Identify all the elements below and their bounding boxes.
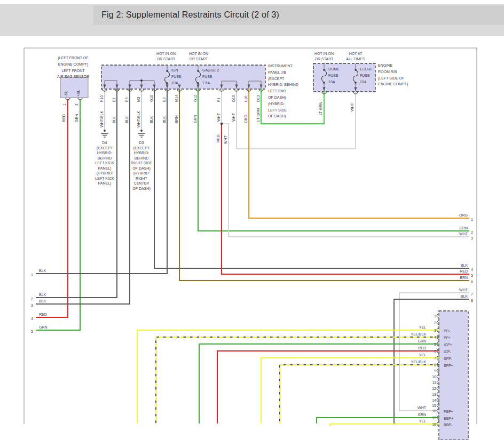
wire-color-label: GRN (396, 339, 426, 344)
wire-color-label: RED (39, 312, 47, 317)
row-num: 3 (471, 236, 473, 241)
sensor-pin-num: 1 (62, 103, 66, 106)
wire-sensor-red (36, 100, 68, 317)
jb-pin-id: E9 (162, 97, 166, 102)
wire-color-label: YEL (396, 353, 426, 358)
conn-pin-num: 4 (429, 335, 436, 340)
conn-pin-num: 8 (429, 363, 436, 368)
wire-color-label: WHT (224, 135, 227, 144)
jb-pin-id: F1 (217, 98, 220, 102)
power-feed-label: HOT IN ON OR START (308, 51, 340, 61)
jb-pin-id: M14 (175, 94, 178, 102)
jb-pin-id: G10 (149, 95, 153, 102)
wire-color-label: YEL (396, 419, 426, 424)
wire-color-label: BLK (430, 263, 468, 268)
gauge2-fuse-label: GAUGE 2 FUSE 7.5A (202, 67, 219, 86)
power-feed-label: HOT AT ALL TIMES (340, 51, 372, 61)
conn-signal-label: ICP- (444, 349, 451, 355)
jb-pin-id: M3 (137, 97, 140, 102)
ground-d3-icon (138, 130, 145, 137)
wire-color-label: GRN (430, 226, 468, 231)
bus-junction-dot (140, 79, 143, 82)
row-num: 6 (471, 279, 473, 285)
wire-color-label: BLK (39, 299, 46, 304)
conn-pin-num: 17 (429, 415, 436, 421)
wire-color-label: WHT/BLK (100, 111, 104, 127)
conn-pin-num: 13 (429, 392, 436, 397)
row-num: 7 (471, 292, 473, 297)
wire-color-label: BLK (125, 116, 129, 123)
conn-signal-label: BBP- (444, 422, 452, 428)
wire-color-label: LT GRN (319, 102, 322, 115)
jb-pin-id: L10 (244, 95, 248, 102)
wire-color-label: BLK (39, 292, 46, 298)
wire-g12-grn (198, 89, 469, 231)
wire-color-label: BLK (149, 116, 153, 123)
sensor-pin-name: -SL (64, 91, 68, 97)
wire-color-label: WHT (430, 231, 468, 237)
row-num: 3 (25, 303, 33, 308)
power-feed-label: HOT IN ON OR START (183, 51, 215, 61)
sensor-pin-num: 2 (75, 103, 78, 106)
jb-pin-id: D10 (232, 95, 235, 102)
jb-pin-id: D13 (256, 95, 260, 102)
wire-color-label: BLK (112, 116, 116, 123)
diagram-border (24, 48, 477, 424)
wire-color-label: RED (430, 269, 468, 274)
conn-signal-label: SFP+ (444, 363, 453, 369)
row-num: 2 (25, 297, 33, 302)
wiring-diagram-page: Fig 2: Supplemental Restraints Circuit (… (0, 0, 504, 440)
wire-color-label: BRN (175, 115, 178, 123)
instrument-jb-label: INSTRUMENT PANEL J/B (EXCEPT HYBRID: BEH… (268, 63, 311, 119)
wire-color-label: RED (62, 114, 66, 122)
splice-dot (220, 123, 223, 125)
row-num: 4 (471, 267, 473, 273)
conn-pin-num: 2 (429, 321, 436, 326)
jb-pin-id: E1 (112, 97, 116, 102)
jb-pin-id: F10 (100, 95, 104, 102)
wire-color-label: ORG (430, 213, 468, 218)
wire-color-label: WHT (232, 113, 235, 122)
wire-color-label: WHT (350, 103, 354, 111)
conn-pin-num: 16 (429, 409, 436, 414)
sensor-pin-name: +SL (76, 90, 80, 97)
conn-pin-num: 3 (429, 328, 436, 333)
wire-color-label: ORG (244, 115, 248, 123)
wire-color-label: GRN (396, 412, 426, 418)
ign-fuse-label: IGN FUSE 10A (171, 67, 182, 86)
conn-pin-num: 7 (429, 356, 436, 361)
conn-signal-label: PP- (444, 329, 450, 334)
row-num: 4 (25, 316, 33, 322)
conn-pin-num: 5 (429, 342, 436, 347)
wires (36, 89, 469, 426)
ground-d4-label: D4 (EXCEPT HYBRID: BEHIND LEFT KICK PANE… (88, 140, 122, 186)
wire-splice-red (222, 124, 469, 274)
row-num: 5 (471, 273, 473, 278)
engine-rb-label: ENGINE ROOM R/B (LEFT SIDE OF ENGINE COM… (378, 62, 426, 87)
conn-pin-num: 10 (429, 374, 436, 380)
conn-pin-num: 15 (429, 403, 436, 409)
wire-splice-wht (222, 124, 469, 237)
wire-color-label: GRN (39, 325, 48, 330)
conn-pin-num: 14 (429, 398, 436, 403)
conn-signal-label: SFP- (444, 356, 452, 362)
wire-color-label: WHT (217, 113, 220, 122)
power-feed-label: HOT IN ON OR START (150, 51, 182, 61)
dome-fuse-label: DOME FUSE 10A (328, 66, 340, 85)
wire-color-label: LT GRN (256, 108, 260, 122)
wire-color-label: GRN (75, 114, 78, 122)
wire-color-label: BLK (39, 268, 46, 274)
wire-color-label: BRN (430, 275, 468, 281)
ground-d4-icon (101, 130, 108, 137)
row-num: 8 (471, 298, 473, 303)
conn-signal-label: FSP+ (444, 409, 453, 414)
wire-color-label: RED (216, 134, 220, 142)
airbag-sensor-label: (LEFT FRONT OF ENGINE COMPT) LEFT FRONT … (49, 55, 97, 80)
wire-g10-blk (154, 89, 469, 268)
wire-color-label: YEL/BLK (396, 359, 426, 365)
conn-signal-label: BBP+ (444, 416, 453, 421)
ecub-fuse-label: ECU-B FUSE 10A (360, 66, 372, 85)
wire-color-label: BLK (162, 116, 166, 123)
wire-color-label: YEL (396, 325, 426, 330)
wire-pin18-yel (330, 424, 439, 426)
